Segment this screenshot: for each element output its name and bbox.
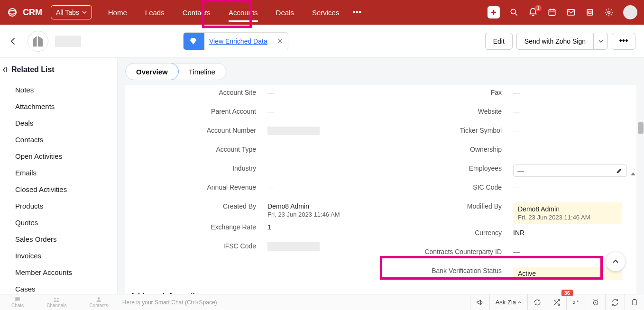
announce-icon[interactable] (470, 294, 489, 310)
account-name (55, 36, 81, 47)
sidebar-item-open-activities[interactable]: Open Activities (4, 148, 117, 164)
svg-rect-1 (549, 9, 555, 15)
related-list-sidebar: Related List NotesAttachmentsDealsContac… (0, 58, 118, 294)
sidebar-item-deals[interactable]: Deals (4, 115, 117, 131)
tab-overview[interactable]: Overview (125, 63, 179, 80)
bottom-channels[interactable]: Channels (46, 296, 66, 308)
view-enriched-data-link[interactable]: View Enriched Data (204, 37, 272, 45)
all-tabs-button[interactable]: All Tabs (51, 5, 92, 19)
calendar-icon[interactable] (547, 8, 557, 17)
send-dropdown-caret[interactable] (594, 33, 608, 50)
sidebar-item-emails[interactable]: Emails (4, 164, 117, 181)
nav-services[interactable]: Services (305, 0, 346, 25)
tab-timeline[interactable]: Timeline (178, 64, 226, 80)
employees-edit-box[interactable]: — (513, 164, 627, 177)
field-value (267, 125, 380, 137)
sidebar-item-invoices[interactable]: Invoices (4, 247, 117, 264)
svg-rect-11 (633, 300, 636, 305)
field-value: — (513, 87, 627, 96)
sidebar-item-attachments[interactable]: Attachments (4, 98, 117, 115)
sidebar-item-cases[interactable]: Cases (4, 281, 117, 294)
nav-deals[interactable]: Deals (269, 0, 301, 25)
field-label: Account Site (135, 87, 267, 96)
edit-button[interactable]: Edit (485, 33, 513, 50)
zia-bot-icon[interactable]: Z (566, 294, 586, 310)
search-icon[interactable] (509, 8, 519, 17)
bell-icon[interactable]: 1 (528, 8, 538, 17)
nav-home[interactable]: Home (101, 0, 134, 25)
field-label: Created By (135, 201, 267, 210)
field-label: Account Number (135, 125, 267, 134)
clipboard-icon[interactable] (625, 294, 644, 310)
enriched-data-pill: View Enriched Data ✕ (183, 32, 288, 50)
alarm-icon[interactable] (586, 294, 605, 310)
field-value: — (513, 182, 627, 191)
field-ownership: Ownership (380, 142, 627, 161)
mail-icon[interactable] (566, 8, 576, 17)
sidebar-item-sales-orders[interactable]: Sales Orders (4, 231, 117, 247)
svg-point-4 (608, 11, 610, 14)
bottom-chats[interactable]: Chats (11, 296, 24, 308)
field-label: Parent Account (135, 106, 267, 115)
address-info-header: Address Information (125, 283, 636, 294)
field-website: Website— (380, 104, 627, 123)
sidebar-item-quotes[interactable]: Quotes (4, 214, 117, 231)
extension-icon[interactable] (585, 8, 595, 17)
field-employees: Employees— (380, 161, 627, 180)
field-label: IFSC Code (135, 241, 267, 250)
sidebar-collapse-icon[interactable] (2, 66, 7, 73)
enriched-close-icon[interactable]: ✕ (272, 36, 288, 46)
nav-accounts[interactable]: Accounts (222, 0, 265, 25)
field-value: Demo8 AdminFri, 23 Jun 2023 11:46 AM (513, 201, 627, 224)
field-value: — (267, 106, 380, 115)
more-actions-button[interactable]: ••• (612, 33, 635, 50)
caret-down-icon (82, 10, 87, 15)
field-account-type: Account Type— (135, 142, 380, 161)
settings-icon[interactable] (604, 8, 614, 17)
sidebar-item-contacts[interactable]: Contacts (4, 131, 117, 148)
field-value: — (267, 163, 380, 172)
ask-zia-label: Ask Zia (496, 299, 516, 306)
field-value (513, 144, 627, 146)
send-zoho-sign-button[interactable]: Send with Zoho Sign (516, 33, 594, 50)
nav-contacts[interactable]: Contacts (176, 0, 217, 25)
field-currency: CurrencyINR (380, 226, 627, 245)
field-bank-verification-status: Bank Verification StatusActive (380, 264, 627, 283)
pencil-icon[interactable] (616, 167, 623, 174)
user-avatar[interactable] (623, 5, 637, 19)
field-parent-account: Parent Account— (135, 104, 380, 123)
svg-point-0 (511, 9, 515, 14)
top-navbar: CRM All Tabs HomeLeadsContactsAccountsDe… (0, 0, 644, 25)
field-label: Currency (380, 228, 513, 237)
back-arrow-icon[interactable] (9, 36, 18, 46)
field-sic-code: SIC Code— (380, 180, 627, 199)
field-industry: Industry— (135, 161, 380, 180)
refresh-icon[interactable] (527, 294, 547, 310)
field-label: Modified By (380, 201, 513, 210)
scrollbar-thumb[interactable] (638, 122, 644, 134)
sidebar-item-closed-activities[interactable]: Closed Activities (4, 181, 117, 198)
scroll-to-top-button[interactable] (606, 252, 625, 271)
sidebar-item-products[interactable]: Products (4, 198, 117, 214)
field-value: — (513, 106, 627, 115)
svg-text:Z: Z (573, 300, 575, 304)
shuffle-icon[interactable] (547, 294, 566, 310)
field-exchange-rate: Exchange Rate1 (135, 220, 380, 239)
svg-point-5 (55, 298, 56, 300)
add-button[interactable]: + (488, 6, 500, 18)
field-value: — (267, 87, 380, 96)
field-value: INR (513, 228, 627, 237)
field-label: SIC Code (380, 182, 513, 191)
sync-icon[interactable] (605, 294, 625, 310)
nav-more-icon[interactable]: ••• (346, 8, 368, 18)
field-label: Industry (135, 163, 267, 172)
ask-zia-button[interactable]: Ask Zia (489, 294, 527, 310)
field-fax: Fax— (380, 85, 627, 104)
sidebar-item-notes[interactable]: Notes (4, 82, 117, 98)
bottom-contacts[interactable]: Contacts (89, 296, 108, 308)
field-value (267, 241, 380, 252)
nav-leads[interactable]: Leads (138, 0, 171, 25)
sidebar-item-member-accounts[interactable]: Member Accounts (4, 264, 117, 281)
field-label: Contracts Counterparty ID (380, 246, 513, 255)
all-tabs-label: All Tabs (56, 9, 79, 16)
